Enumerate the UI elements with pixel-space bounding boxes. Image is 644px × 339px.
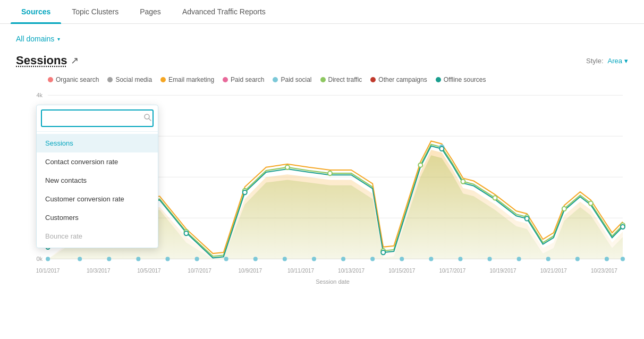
legend-item-offline[interactable]: Offline sources (436, 76, 486, 83)
legend-dot-email (160, 77, 166, 82)
tab-sources[interactable]: Sources (11, 0, 61, 23)
main-content: All domains ▾ Sessions ↗ Style: Area ▾ O… (0, 24, 644, 302)
svg-point-51 (165, 257, 170, 261)
svg-text:10/11/2017: 10/11/2017 (287, 268, 314, 274)
dropdown-item-contact-conversion[interactable]: Contact conversion rate (37, 152, 158, 171)
svg-point-67 (621, 257, 625, 261)
svg-point-30 (381, 250, 385, 255)
svg-point-16 (328, 171, 332, 175)
dropdown-item-customer-conversion[interactable]: Customer conversion rate (37, 190, 158, 208)
legend-item-email[interactable]: Email marketing (160, 76, 214, 83)
svg-point-53 (224, 257, 228, 261)
svg-line-69 (149, 118, 151, 121)
svg-text:Session date: Session date (316, 278, 350, 284)
cursor-icon: ↗ (71, 55, 79, 66)
chart-legend: Organic search Social media Email market… (16, 76, 628, 83)
dropdown-item-sessions[interactable]: Sessions (37, 134, 158, 152)
legend-item-organic[interactable]: Organic search (48, 76, 99, 83)
svg-point-58 (370, 257, 375, 261)
svg-point-56 (312, 257, 316, 261)
svg-point-52 (195, 257, 199, 261)
svg-point-33 (621, 225, 625, 229)
svg-point-60 (429, 257, 433, 261)
search-input[interactable] (42, 111, 140, 125)
svg-text:10/1/2017: 10/1/2017 (36, 268, 60, 274)
svg-point-64 (546, 257, 550, 261)
legend-dot-other (370, 77, 376, 82)
legend-dot-direct (320, 77, 326, 82)
svg-text:10/17/2017: 10/17/2017 (439, 268, 465, 274)
svg-point-21 (493, 196, 497, 200)
sessions-row: Sessions ↗ Style: Area ▾ (16, 54, 628, 67)
svg-point-29 (243, 190, 247, 194)
svg-point-23 (562, 207, 566, 211)
svg-point-49 (107, 257, 111, 261)
svg-point-50 (136, 257, 140, 261)
svg-text:0k: 0k (36, 256, 43, 262)
search-button[interactable] (140, 111, 154, 126)
svg-point-62 (488, 257, 492, 261)
legend-item-paid-social[interactable]: Paid social (273, 76, 311, 83)
svg-point-48 (78, 257, 82, 261)
tab-advanced-traffic[interactable]: Advanced Traffic Reports (172, 0, 276, 23)
svg-text:10/21/2017: 10/21/2017 (540, 268, 567, 274)
svg-point-24 (589, 201, 593, 206)
dropdown-item-bounce-rate[interactable]: Bounce rate (37, 227, 158, 245)
svg-point-18 (418, 163, 422, 167)
svg-text:10/5/2017: 10/5/2017 (137, 268, 161, 274)
legend-item-social[interactable]: Social media (107, 76, 152, 83)
style-value-button[interactable]: Area ▾ (608, 57, 628, 65)
dropdown-search-area (37, 105, 158, 132)
domain-chevron-icon: ▾ (57, 36, 60, 42)
legend-dot-offline (436, 77, 441, 82)
legend-item-other[interactable]: Other campaigns (370, 76, 427, 83)
svg-text:10/13/2017: 10/13/2017 (338, 268, 365, 274)
legend-item-direct[interactable]: Direct traffic (320, 76, 362, 83)
svg-point-54 (253, 257, 258, 261)
svg-text:10/19/2017: 10/19/2017 (490, 268, 516, 274)
search-icon (144, 114, 151, 121)
style-selector: Style: Area ▾ (586, 57, 628, 65)
svg-point-59 (400, 257, 404, 261)
tab-topic-clusters[interactable]: Topic Clusters (61, 0, 129, 23)
legend-dot-organic (48, 77, 53, 82)
search-input-wrap (41, 109, 154, 127)
svg-point-31 (439, 147, 444, 151)
svg-point-15 (285, 165, 290, 170)
legend-dot-paid-social (273, 77, 278, 82)
svg-point-57 (341, 257, 345, 261)
metric-dropdown: Sessions Contact conversion rate New con… (36, 105, 158, 248)
dropdown-item-customers[interactable]: Customers (37, 208, 158, 227)
svg-text:10/3/2017: 10/3/2017 (87, 268, 111, 274)
svg-point-63 (517, 257, 521, 261)
legend-item-paid-search[interactable]: Paid search (223, 76, 264, 83)
svg-point-32 (525, 216, 529, 221)
svg-point-66 (605, 257, 609, 261)
svg-point-47 (46, 257, 50, 261)
svg-point-61 (458, 257, 462, 261)
sessions-title[interactable]: Sessions (16, 54, 67, 67)
svg-text:10/15/2017: 10/15/2017 (388, 268, 415, 274)
svg-point-65 (575, 257, 580, 261)
dropdown-item-new-contacts[interactable]: New contacts (37, 171, 158, 190)
svg-text:10/7/2017: 10/7/2017 (188, 268, 211, 274)
tabs-bar: Sources Topic Clusters Pages Advanced Tr… (0, 0, 644, 24)
tab-pages[interactable]: Pages (129, 0, 172, 23)
svg-point-20 (461, 179, 465, 183)
svg-text:10/23/2017: 10/23/2017 (591, 268, 617, 274)
style-chevron-icon: ▾ (624, 57, 628, 65)
svg-point-28 (184, 231, 189, 235)
chart-area-wrapper: 4k 3k 2k 1k 0k (16, 90, 628, 292)
legend-dot-social (107, 77, 113, 82)
svg-text:10/9/2017: 10/9/2017 (239, 268, 262, 274)
domain-selector[interactable]: All domains ▾ (16, 35, 60, 43)
legend-dot-paid-search (223, 77, 228, 82)
svg-text:4k: 4k (36, 92, 43, 98)
svg-point-55 (283, 257, 287, 261)
dropdown-items-list: Sessions Contact conversion rate New con… (37, 132, 158, 248)
